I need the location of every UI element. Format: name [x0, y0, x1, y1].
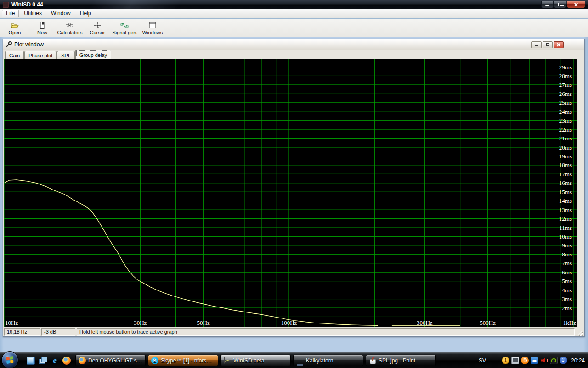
windows-button[interactable]: Windows — [139, 19, 166, 37]
svg-text:21ms: 21ms — [559, 135, 572, 142]
new-label: New — [37, 30, 47, 35]
svg-text:16ms: 16ms — [559, 179, 572, 186]
svg-text:20ms: 20ms — [559, 144, 572, 151]
windows-icon — [147, 22, 158, 29]
plot-restore-button[interactable] — [543, 41, 553, 48]
svg-text:25ms: 25ms — [559, 99, 572, 106]
nvidia-icon[interactable] — [550, 357, 558, 364]
internet-explorer-icon[interactable]: e — [51, 357, 59, 365]
calculators-label: Calculators — [57, 30, 82, 35]
svg-text:29ms: 29ms — [559, 64, 572, 71]
new-document-icon — [37, 22, 47, 29]
svg-text:5ms: 5ms — [562, 278, 572, 284]
menu-utilities[interactable]: Utilities — [20, 10, 46, 17]
volume-muted-icon[interactable] — [540, 357, 548, 364]
taskbar-button-skype[interactable]: S Skype™ [1] - nforsbl... — [148, 355, 218, 366]
menu-file[interactable]: File — [2, 10, 19, 17]
update-notification-icon[interactable]: 1 — [502, 357, 509, 364]
restore-button[interactable] — [554, 1, 566, 8]
svg-text:17ms: 17ms — [559, 171, 572, 178]
svg-text:12ms: 12ms — [559, 215, 572, 222]
window-title: WinISD 0.44 — [11, 1, 43, 8]
plot-tab-bar: Gain Phase plot SPL Group delay — [3, 50, 584, 59]
language-indicator[interactable]: SV — [479, 357, 486, 364]
start-button[interactable] — [1, 351, 18, 368]
winisd-icon — [224, 357, 225, 364]
close-button[interactable] — [567, 1, 585, 8]
task-label: Skype™ [1] - nforsbl... — [161, 357, 215, 364]
task-button-row: Den OHYGGLIGT st... S Skype™ [1] - nfors… — [75, 355, 436, 366]
window-controls — [541, 1, 585, 8]
new-button[interactable]: New — [28, 19, 56, 37]
tab-phase-plot[interactable]: Phase plot — [24, 51, 57, 59]
svg-text:23ms: 23ms — [559, 117, 572, 124]
display-settings-icon[interactable] — [511, 357, 519, 364]
titlebar-sheen — [74, 0, 266, 9]
minimize-icon — [545, 5, 549, 6]
calculators-button[interactable]: Calculators — [56, 19, 84, 37]
wireless-network-icon[interactable] — [560, 357, 567, 364]
menu-window[interactable]: Window — [47, 10, 75, 17]
taskbar-button-firefox[interactable]: Den OHYGGLIGT st... — [75, 355, 146, 366]
svg-text:2ms: 2ms — [562, 305, 572, 312]
group-delay-chart[interactable]: 29ms28ms27ms26ms25ms24ms23ms22ms21ms20ms… — [4, 59, 577, 327]
svg-text:1kHz: 1kHz — [563, 319, 576, 326]
open-label: Open — [9, 30, 21, 35]
svg-text:15ms: 15ms — [559, 189, 572, 195]
task-label: Den OHYGGLIGT st... — [88, 357, 142, 364]
resize-grip[interactable] — [577, 329, 583, 336]
open-folder-icon — [10, 22, 20, 29]
signal-gen-button[interactable]: Signal gen. — [111, 19, 139, 37]
svg-text:500Hz: 500Hz — [480, 319, 496, 326]
switch-windows-icon[interactable] — [39, 357, 47, 365]
minimize-button[interactable] — [541, 1, 554, 8]
svg-text:30Hz: 30Hz — [134, 319, 147, 326]
cursor-button[interactable]: Cursor — [84, 19, 111, 37]
taskbar-button-winisd[interactable]: WinISD beta — [220, 355, 291, 366]
main-titlebar[interactable]: WinISD 0.44 — [0, 0, 588, 9]
tab-spl[interactable]: SPL — [57, 51, 75, 59]
status-hint: Hold left mouse button to trace active g… — [77, 328, 575, 336]
taskbar-button-paint[interactable]: SPL.jpg - Paint — [366, 355, 436, 366]
taskbar-clock[interactable]: 20:24 — [571, 357, 585, 364]
open-button[interactable]: Open — [1, 19, 28, 37]
svg-text:10ms: 10ms — [559, 233, 572, 240]
chart-canvas[interactable]: 29ms28ms27ms26ms25ms24ms23ms22ms21ms20ms… — [4, 59, 577, 327]
mdi-client-area: Plot window Gain Phase plot SPL Group de… — [0, 37, 588, 352]
calculator-icon — [296, 357, 304, 367]
status-frequency: 16,18 Hz — [4, 328, 40, 336]
show-desktop-icon[interactable] — [27, 357, 35, 365]
svg-text:10Hz: 10Hz — [5, 319, 18, 326]
plot-window-controls — [531, 41, 582, 48]
sync-icon[interactable] — [521, 357, 529, 364]
toolbar: Open New Calculators Cursor Signal gen. — [0, 19, 588, 37]
task-label: SPL.jpg - Paint — [379, 357, 415, 364]
svg-text:8ms: 8ms — [562, 251, 572, 258]
quick-launch-bar: e — [27, 357, 71, 365]
restore-icon — [558, 3, 562, 6]
taskbar-button-calculator[interactable]: Kalkylatorn — [293, 355, 363, 366]
svg-text:22ms: 22ms — [559, 126, 572, 133]
windows-flag-icon — [6, 356, 14, 364]
firefox-icon[interactable] — [62, 357, 71, 365]
plot-restore-icon — [546, 43, 549, 46]
svg-text:24ms: 24ms — [559, 108, 572, 115]
svg-text:11ms: 11ms — [559, 224, 572, 231]
plot-close-button[interactable] — [554, 41, 564, 48]
plot-window-icon — [6, 41, 12, 48]
svg-text:27ms: 27ms — [559, 81, 572, 88]
teamviewer-icon[interactable] — [531, 357, 538, 364]
menu-help[interactable]: Help — [76, 10, 96, 17]
svg-text:50Hz: 50Hz — [197, 319, 210, 326]
task-label: Kalkylatorn — [306, 357, 333, 364]
plot-close-icon — [557, 43, 561, 47]
system-tray: SV 1 20:24 — [479, 357, 588, 364]
tab-gain[interactable]: Gain — [5, 51, 24, 59]
svg-text:4ms: 4ms — [562, 287, 572, 294]
plot-minimize-button[interactable] — [531, 41, 542, 48]
plot-window-title: Plot window — [14, 41, 44, 48]
tab-group-delay[interactable]: Group delay — [75, 50, 111, 59]
taskbar: e Den OHYGGLIGT st... S Skype™ [1] - nfo… — [0, 352, 588, 368]
plot-window-titlebar[interactable]: Plot window — [3, 39, 584, 50]
svg-text:300Hz: 300Hz — [417, 319, 433, 326]
